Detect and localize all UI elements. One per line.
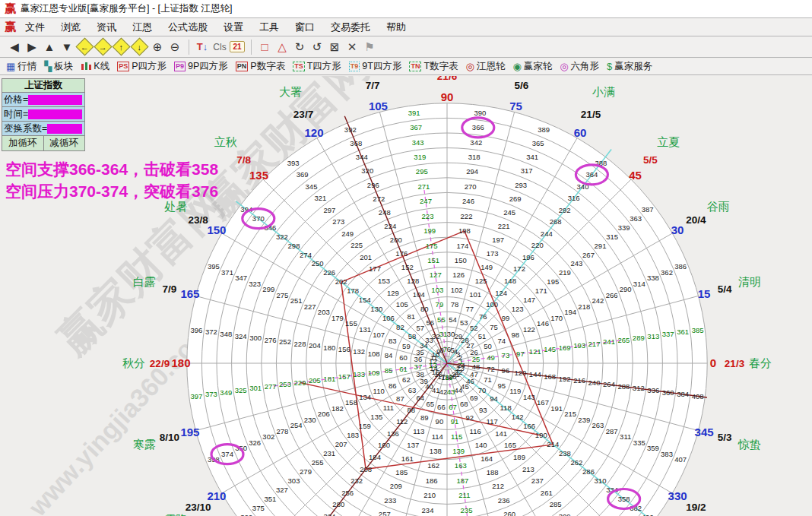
cls-button[interactable]: Cls — [211, 39, 228, 55]
menu-item-4[interactable]: 公式选股 — [163, 19, 212, 36]
menu-item-9[interactable]: 帮助 — [382, 19, 411, 36]
view-button-hexagon[interactable]: ◎六角形 — [560, 60, 599, 73]
pan-up-button[interactable]: ↑ — [113, 39, 130, 55]
t-table-icon: TN — [409, 62, 421, 71]
svg-text:222: 222 — [461, 212, 473, 220]
svg-text:136: 136 — [387, 429, 399, 438]
menu-item-5[interactable]: 设置 — [219, 19, 248, 36]
menu-item-3[interactable]: 江恩 — [128, 19, 157, 36]
svg-text:115: 115 — [451, 432, 462, 441]
svg-text:315: 315 — [606, 233, 618, 241]
svg-text:110: 110 — [373, 387, 385, 395]
view-button-t-table[interactable]: TNT数字表 — [409, 60, 458, 73]
svg-text:325: 325 — [235, 386, 247, 394]
view-button-p-table[interactable]: PNP数字表 — [236, 60, 285, 73]
p-table-icon: PN — [236, 62, 249, 71]
center-tool-button[interactable]: ✕ — [344, 39, 360, 55]
svg-text:341: 341 — [526, 153, 538, 161]
menu-item-8[interactable]: 交易委托 — [326, 19, 375, 36]
pan-down-button[interactable]: ↓ — [131, 39, 148, 55]
svg-text:244: 244 — [541, 230, 553, 238]
menu-item-2[interactable]: 资讯 — [92, 19, 121, 36]
pan-right-button[interactable]: → — [94, 39, 112, 55]
panel-field-value[interactable] — [28, 109, 82, 119]
box-x-tool-button[interactable]: ⊠ — [326, 39, 343, 55]
svg-text:392: 392 — [344, 125, 357, 134]
svg-text:243: 243 — [570, 259, 582, 267]
index-info-panel: 上证指数 价格=时间=变换系数= 加循环减循环 — [2, 78, 85, 151]
svg-text:246: 246 — [462, 197, 474, 205]
svg-text:135: 135 — [249, 169, 268, 182]
svg-text:143: 143 — [523, 393, 535, 401]
svg-text:298: 298 — [288, 242, 300, 250]
svg-text:65: 65 — [427, 400, 435, 408]
panel-button-add-cycle[interactable]: 加循环 — [2, 136, 44, 150]
zoom-in-button[interactable]: ⊕ — [149, 39, 166, 55]
panel-field-value[interactable] — [28, 95, 82, 105]
zoom-out-button[interactable]: ⊖ — [167, 39, 183, 55]
toolbar-separator — [251, 40, 252, 55]
svg-text:241: 241 — [603, 337, 615, 346]
winner-wheel-label: 赢家轮 — [524, 60, 553, 73]
view-button-winner-service[interactable]: $赢家服务 — [607, 60, 652, 73]
forward-button[interactable]: ▶ — [24, 39, 40, 55]
flag-tool-button[interactable]: ⚑ — [361, 39, 378, 55]
svg-text:292: 292 — [559, 206, 571, 214]
svg-text:270: 270 — [465, 182, 477, 191]
svg-text:85: 85 — [385, 366, 393, 375]
panel-button-sub-cycle[interactable]: 减循环 — [44, 136, 85, 150]
svg-text:330: 330 — [668, 489, 687, 502]
pan-left-button[interactable]: ← — [76, 39, 94, 55]
svg-text:117: 117 — [487, 417, 498, 426]
gann-wheel-label: 江恩轮 — [477, 60, 506, 73]
calendar-icon[interactable]: 21 — [229, 39, 246, 55]
view-button-9p-square[interactable]: P99P四方形 — [174, 60, 228, 73]
svg-text:163: 163 — [455, 461, 467, 470]
svg-text:60: 60 — [399, 353, 408, 362]
svg-text:47: 47 — [470, 370, 478, 378]
view-button-sectors[interactable]: ▚板块 — [44, 60, 73, 73]
view-button-t-square[interactable]: TST四方形 — [293, 60, 341, 73]
view-button-kline[interactable]: K线 — [81, 60, 109, 73]
menu-item-7[interactable]: 窗口 — [290, 19, 319, 36]
svg-text:303: 303 — [288, 476, 300, 485]
view-button-quotes[interactable]: ▦行情 — [6, 60, 36, 73]
view-button-winner-wheel[interactable]: ◉赢家轮 — [512, 60, 552, 73]
menu-item-0[interactable]: 文件 — [21, 19, 49, 36]
next-period-button[interactable]: ▼ — [59, 39, 75, 55]
view-button-p-square[interactable]: PSP四方形 — [117, 60, 167, 73]
svg-text:280: 280 — [332, 500, 344, 508]
menu-item-1[interactable]: 浏览 — [56, 19, 85, 36]
svg-text:257: 257 — [379, 510, 391, 516]
svg-text:384: 384 — [677, 390, 689, 398]
hexagon-icon: ◎ — [560, 62, 568, 71]
svg-text:185: 185 — [395, 468, 408, 476]
view-button-gann-wheel[interactable]: ◎江恩轮 — [466, 60, 506, 73]
triangle-tool-button[interactable]: △ — [274, 39, 290, 55]
view-button-9t-square[interactable]: T99T四方形 — [349, 60, 402, 73]
square-tool-button[interactable]: □ — [256, 39, 273, 55]
svg-text:342: 342 — [470, 138, 482, 147]
svg-text:184: 184 — [369, 453, 381, 461]
svg-text:396: 396 — [190, 326, 202, 334]
back-button[interactable]: ◀ — [6, 39, 23, 55]
panel-field-value[interactable] — [47, 124, 82, 134]
rotate-ccw-button[interactable]: ↺ — [309, 39, 325, 55]
svg-text:145: 145 — [544, 345, 556, 353]
svg-text:288: 288 — [617, 382, 630, 391]
menu-item-6[interactable]: 工具 — [255, 19, 284, 36]
svg-text:91: 91 — [451, 417, 459, 426]
panel-field-2: 变换系数= — [2, 122, 84, 136]
rotate-cw-button[interactable]: ↻ — [291, 39, 308, 55]
svg-text:221: 221 — [498, 222, 510, 230]
t-updown-icon[interactable]: T↓ — [194, 39, 211, 55]
svg-text:170: 170 — [550, 314, 563, 322]
svg-text:立夏: 立夏 — [657, 135, 680, 148]
svg-text:369: 369 — [297, 170, 309, 179]
gann-wheel-chart[interactable]: 1234567891011121314151617181920212223242… — [0, 76, 812, 516]
prev-period-button[interactable]: ▲ — [41, 39, 58, 55]
svg-text:169: 169 — [559, 343, 571, 352]
svg-text:236: 236 — [498, 496, 510, 505]
svg-text:272: 272 — [373, 195, 385, 203]
svg-text:165: 165 — [180, 287, 199, 300]
